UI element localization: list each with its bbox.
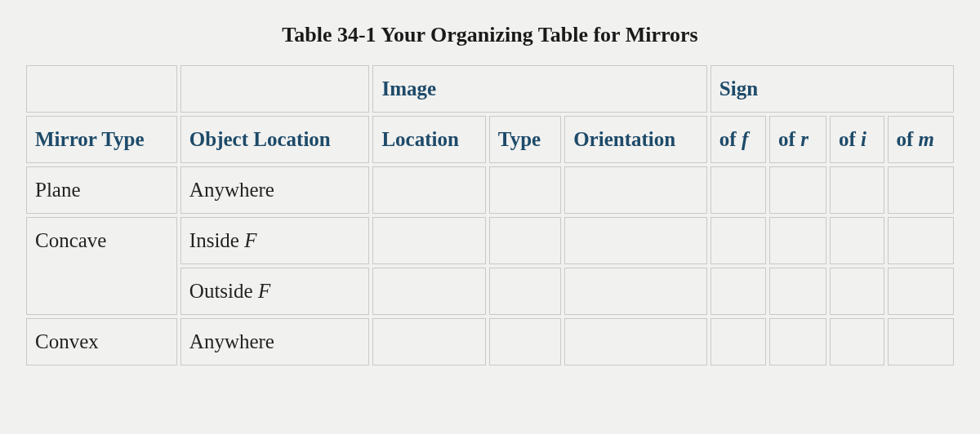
- cell-of-i: [830, 268, 884, 315]
- cell-of-f: [710, 318, 766, 365]
- cell-mirror-type: Plane: [26, 166, 177, 214]
- table-row: Concave Inside F: [26, 217, 954, 264]
- cell-of-r: [769, 217, 826, 264]
- cell-of-r: [769, 318, 826, 365]
- header-blank-1: [26, 65, 177, 113]
- cell-location: [372, 166, 485, 214]
- header-group-image: Image: [372, 65, 706, 113]
- cell-of-r: [769, 268, 826, 315]
- cell-orientation: [564, 268, 707, 315]
- cell-of-m: [888, 166, 954, 214]
- cell-location: [372, 318, 485, 365]
- cell-of-f: [710, 166, 766, 214]
- cell-mirror-type: Convex: [26, 318, 177, 365]
- cell-of-r: [769, 166, 826, 214]
- header-group-sign: Sign: [710, 65, 954, 113]
- cell-of-f: [710, 217, 766, 264]
- col-type: Type: [489, 116, 561, 163]
- col-orientation: Orientation: [564, 116, 707, 163]
- col-mirror-type: Mirror Type: [26, 116, 177, 163]
- header-blank-2: [180, 65, 370, 113]
- col-of-i: of i: [830, 116, 884, 163]
- cell-of-m: [888, 217, 954, 264]
- cell-object-location: Inside F: [180, 217, 370, 264]
- table-header-columns-row: Mirror Type Object Location Location Typ…: [26, 116, 954, 163]
- cell-orientation: [564, 166, 707, 214]
- col-location: Location: [372, 116, 485, 163]
- cell-type: [489, 166, 561, 214]
- cell-orientation: [564, 318, 707, 365]
- table-row: Plane Anywhere: [26, 166, 954, 214]
- mirrors-table: Image Sign Mirror Type Object Location L…: [23, 62, 957, 369]
- cell-of-m: [888, 268, 954, 315]
- table-row: Convex Anywhere: [26, 318, 954, 365]
- table-header-group-row: Image Sign: [26, 65, 954, 113]
- cell-of-i: [830, 217, 884, 264]
- cell-of-f: [710, 268, 766, 315]
- cell-of-i: [830, 166, 884, 214]
- col-object-location: Object Location: [180, 116, 370, 163]
- cell-mirror-type: Concave: [26, 217, 177, 315]
- cell-object-location: Anywhere: [180, 166, 370, 214]
- col-of-f: of f: [710, 116, 766, 163]
- table-title: Table 34-1 Your Organizing Table for Mir…: [23, 23, 957, 47]
- cell-of-i: [830, 318, 884, 365]
- cell-object-location: Anywhere: [180, 318, 370, 365]
- cell-orientation: [564, 217, 707, 264]
- cell-location: [372, 217, 485, 264]
- col-of-r: of r: [769, 116, 826, 163]
- cell-location: [372, 268, 485, 315]
- cell-of-m: [888, 318, 954, 365]
- cell-type: [489, 318, 561, 365]
- cell-type: [489, 268, 561, 315]
- cell-type: [489, 217, 561, 264]
- col-of-m: of m: [888, 116, 954, 163]
- cell-object-location: Outside F: [180, 268, 370, 315]
